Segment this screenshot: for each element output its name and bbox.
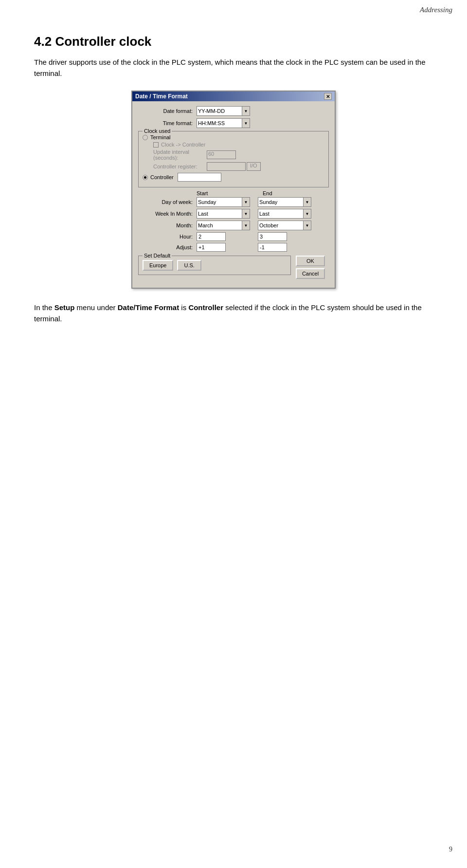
set-default-legend: Set Default [143, 253, 172, 259]
day-end-select[interactable]: Sunday ▼ [258, 197, 311, 207]
date-format-select-wrap: YY-MM-DD ▼ [197, 106, 250, 116]
hour-end-input[interactable]: 3 [258, 232, 287, 241]
adjust-row: Adjust: +1 -1 [138, 243, 329, 252]
month-end-arrow: ▼ [303, 221, 311, 230]
bottom-row: Set Default Europe U.S. OK Cancel [138, 254, 329, 283]
week-end-select-wrap: Last ▼ [258, 209, 311, 219]
body-text: The driver supports use of the clock in … [34, 57, 433, 79]
hour-end-input-wrap: 3 [258, 232, 311, 241]
europe-button[interactable]: Europe [143, 260, 173, 271]
week-start-select[interactable]: Last ▼ [197, 209, 250, 219]
hour-start-input[interactable]: 2 [197, 232, 226, 241]
controller-value-input[interactable] [178, 173, 221, 182]
dialog-titlebar: Date / Time Format ✕ [132, 92, 335, 101]
time-format-row: Time format: HH:MM:SS ▼ [138, 118, 329, 128]
section-number: 4.2 [34, 34, 52, 49]
clock-used-group: Clock used Terminal Clock -> Controller … [138, 131, 329, 187]
day-end-select-wrap: Sunday ▼ [258, 197, 311, 207]
terminal-radio[interactable] [143, 135, 148, 140]
terminal-radio-row: Terminal [143, 134, 324, 140]
start-col-header: Start [197, 190, 263, 196]
controller-label: Controller [150, 174, 174, 180]
date-format-row: Date format: YY-MM-DD ▼ [138, 106, 329, 116]
month-start-arrow: ▼ [242, 221, 250, 230]
caption-datetime: Date/Time Format [118, 303, 179, 312]
month-end-select[interactable]: October ▼ [258, 221, 311, 230]
day-of-week-row: Day of week: Sunday ▼ Sunday ▼ [138, 197, 329, 207]
adjust-end-wrap: -1 [258, 243, 311, 252]
header-title: Addressing [420, 6, 452, 14]
caption-text: In the Setup menu under Date/Time Format… [34, 302, 433, 324]
week-end-arrow: ▼ [303, 209, 311, 218]
cancel-button[interactable]: Cancel [296, 268, 325, 279]
controller-radio-dot [144, 176, 146, 179]
main-content: 4.2 Controller clock The driver supports… [0, 0, 467, 353]
io-button[interactable]: I/O [247, 162, 261, 171]
update-interval-input[interactable]: 60 [207, 150, 236, 159]
clock-controller-row: Clock -> Controller [143, 142, 324, 148]
month-end-select-wrap: October ▼ [258, 221, 311, 230]
controller-register-row: Controller register: I/O [143, 162, 324, 171]
controller-radio-row: Controller [143, 173, 324, 182]
update-interval-label: Update interval (seconds): [153, 149, 207, 161]
date-format-arrow: ▼ [242, 107, 250, 115]
section-title: Controller clock [55, 34, 151, 49]
end-col-header: End [263, 190, 329, 196]
date-format-select[interactable]: YY-MM-DD ▼ [197, 106, 250, 116]
dialog-screenshot: Date / Time Format ✕ Date format: YY-MM-… [131, 91, 336, 289]
month-label: Month: [138, 222, 197, 228]
week-start-arrow: ▼ [242, 209, 250, 218]
terminal-label: Terminal [150, 134, 171, 140]
day-of-week-label: Day of week: [138, 199, 197, 205]
set-default-group: Set Default Europe U.S. [138, 256, 291, 275]
week-start-select-wrap: Last ▼ [197, 209, 250, 219]
hour-row: Hour: 2 3 [138, 232, 329, 241]
default-buttons: Europe U.S. [143, 260, 287, 271]
clock-controller-label: Clock -> Controller [161, 142, 205, 148]
hour-start-input-wrap: 2 [197, 232, 250, 241]
us-button[interactable]: U.S. [177, 260, 201, 271]
week-in-month-row: Week In Month: Last ▼ Last ▼ [138, 209, 329, 219]
day-start-select-wrap: Sunday ▼ [197, 197, 250, 207]
page-number: 9 [449, 846, 452, 853]
ok-button[interactable]: OK [296, 256, 325, 266]
date-format-label: Date format: [138, 108, 197, 114]
adjust-label: Adjust: [138, 244, 197, 250]
day-start-arrow: ▼ [242, 198, 250, 206]
month-start-select[interactable]: March ▼ [197, 221, 250, 230]
update-interval-row: Update interval (seconds): 60 [143, 149, 324, 161]
daylight-saving-section: Start End Day of week: Sunday ▼ Sunday [138, 190, 329, 252]
time-format-label: Time format: [138, 120, 197, 126]
caption-controller: Controller [188, 303, 223, 312]
dialog-title: Date / Time Format [135, 93, 188, 100]
hour-label: Hour: [138, 234, 197, 240]
month-start-select-wrap: March ▼ [197, 221, 250, 230]
time-format-arrow: ▼ [242, 119, 250, 128]
month-row: Month: March ▼ October ▼ [138, 221, 329, 230]
time-format-select[interactable]: HH:MM:SS ▼ [197, 118, 250, 128]
dialog-footer: OK Cancel [296, 254, 329, 283]
dialog-body: Date format: YY-MM-DD ▼ Time format: HH:… [132, 101, 335, 288]
header-bar: Addressing [0, 0, 467, 14]
clock-controller-checkbox[interactable] [153, 142, 159, 148]
clock-used-legend: Clock used [143, 128, 172, 134]
day-end-arrow: ▼ [303, 198, 311, 206]
time-format-select-wrap: HH:MM:SS ▼ [197, 118, 250, 128]
dialog-close-button[interactable]: ✕ [324, 93, 332, 100]
ds-header-row: Start End [138, 190, 329, 196]
week-in-month-label: Week In Month: [138, 211, 197, 217]
adjust-end-input[interactable]: -1 [258, 243, 287, 252]
caption-setup: Setup [54, 303, 75, 312]
controller-register-label: Controller register: [153, 164, 207, 169]
adjust-start-input[interactable]: +1 [197, 243, 226, 252]
week-end-select[interactable]: Last ▼ [258, 209, 311, 219]
day-start-select[interactable]: Sunday ▼ [197, 197, 250, 207]
section-heading: 4.2 Controller clock [34, 34, 433, 49]
adjust-start-wrap: +1 [197, 243, 250, 252]
controller-radio[interactable] [143, 175, 148, 180]
controller-register-input[interactable] [207, 162, 246, 171]
